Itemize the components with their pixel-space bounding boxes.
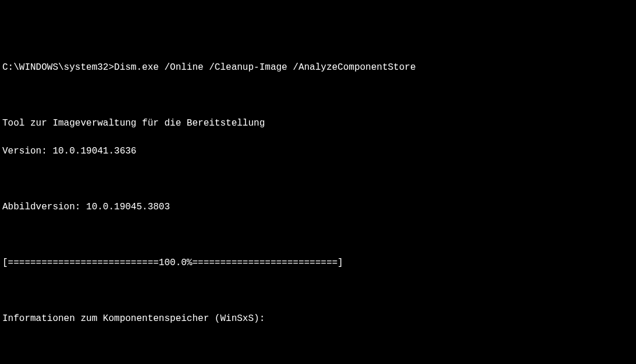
prompt-path: C:\WINDOWS\system32>	[2, 62, 114, 73]
command-prompt-line[interactable]: C:\WINDOWS\system32>Dism.exe /Online /Cl…	[2, 60, 634, 74]
blank-line	[2, 284, 634, 298]
blank-line	[2, 340, 634, 354]
tool-description: Tool zur Imageverwaltung für die Bereits…	[2, 116, 634, 130]
dism-command: Dism.exe /Online /Cleanup-Image /Analyze…	[114, 62, 415, 73]
blank-line	[2, 228, 634, 242]
blank-line	[2, 88, 634, 102]
image-version: Abbildversion: 10.0.19045.3803	[2, 200, 634, 214]
component-store-info-header: Informationen zum Komponentenspeicher (W…	[2, 312, 634, 326]
tool-version: Version: 10.0.19041.3636	[2, 144, 634, 158]
blank-line	[2, 172, 634, 186]
progress-bar: [===========================100.0%======…	[2, 256, 634, 270]
